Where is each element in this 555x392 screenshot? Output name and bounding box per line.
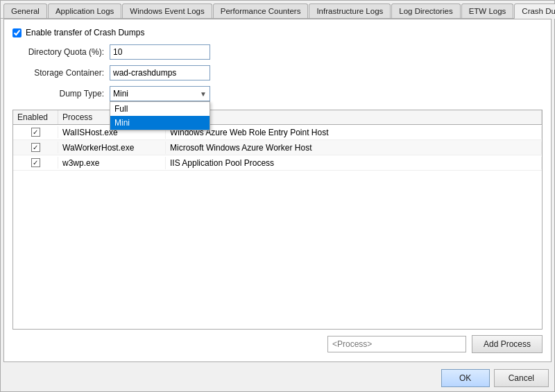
tab-bar: General Application Logs Windows Event L… [1, 1, 554, 19]
table-row: w3wp.exe IIS Application Pool Process [13, 155, 542, 171]
row1-enabled [13, 126, 58, 138]
storage-container-input[interactable] [110, 65, 210, 80]
directory-quota-row: Directory Quota (%): [12, 44, 543, 60]
process-input[interactable] [327, 336, 466, 352]
row1-checkbox[interactable] [31, 128, 40, 137]
tab-crash-dumps[interactable]: Crash Dumps [514, 3, 555, 19]
storage-container-row: Storage Container: [12, 65, 543, 80]
dump-type-dropdown: Full Mini [110, 101, 210, 130]
col-header-enabled: Enabled [13, 110, 58, 124]
table-header-row: Enabled Process Name [13, 110, 542, 125]
col-header-name: Name [166, 110, 542, 124]
tab-app-logs[interactable]: Application Logs [48, 3, 121, 18]
dump-type-value: Mini [113, 89, 128, 99]
enable-transfer-label: Enable transfer of Crash Dumps [26, 28, 144, 37]
dialog: General Application Logs Windows Event L… [0, 0, 555, 392]
process-table: Enabled Process Name WaIISHost.exe Windo… [12, 110, 543, 330]
enable-transfer-row: Enable transfer of Crash Dumps [12, 28, 543, 37]
tab-performance-counters[interactable]: Performance Counters [213, 3, 309, 18]
table-row: WaWorkerHost.exe Microsoft Windows Azure… [13, 140, 542, 155]
row2-process: WaWorkerHost.exe [58, 142, 166, 154]
dialog-footer: OK Cancel [1, 365, 554, 391]
table-body: WaIISHost.exe Windows Azure Web Role Ent… [13, 125, 542, 329]
chevron-down-icon: ▼ [200, 90, 207, 98]
cancel-button[interactable]: Cancel [494, 369, 549, 387]
enable-transfer-checkbox[interactable] [12, 28, 22, 37]
row3-name: IIS Application Pool Process [166, 157, 542, 169]
tab-content: Enable transfer of Crash Dumps Directory… [3, 19, 552, 362]
tab-log-directories[interactable]: Log Directories [391, 3, 460, 18]
dump-type-select[interactable]: Mini ▼ Full Mini [110, 86, 210, 101]
directory-quota-label: Directory Quota (%): [12, 47, 110, 57]
dump-type-row: Dump Type: Mini ▼ Full Mini [12, 86, 543, 101]
add-process-button[interactable]: Add Process [472, 335, 543, 353]
bottom-controls: Add Process [12, 330, 543, 353]
row3-checkbox[interactable] [31, 158, 40, 167]
dump-type-option-mini[interactable]: Mini [110, 116, 210, 130]
dump-type-option-full[interactable]: Full [110, 102, 210, 116]
row3-process: w3wp.exe [58, 157, 166, 169]
tab-windows-event-logs[interactable]: Windows Event Logs [122, 3, 212, 18]
dump-type-label: Dump Type: [12, 89, 110, 99]
row2-checkbox[interactable] [31, 143, 40, 152]
dump-type-display[interactable]: Mini ▼ [110, 86, 210, 101]
row3-enabled [13, 157, 58, 169]
row1-name: Windows Azure Web Role Entry Point Host [166, 126, 542, 139]
tab-etw-logs[interactable]: ETW Logs [461, 3, 514, 18]
tab-infrastructure-logs[interactable]: Infrastructure Logs [309, 3, 391, 18]
row2-name: Microsoft Windows Azure Worker Host [166, 142, 542, 154]
tab-general[interactable]: General [3, 3, 47, 18]
table-row: WaIISHost.exe Windows Azure Web Role Ent… [13, 125, 542, 140]
directory-quota-input[interactable] [110, 44, 210, 60]
row2-enabled [13, 142, 58, 153]
ok-button[interactable]: OK [441, 369, 490, 387]
storage-container-label: Storage Container: [12, 68, 110, 78]
